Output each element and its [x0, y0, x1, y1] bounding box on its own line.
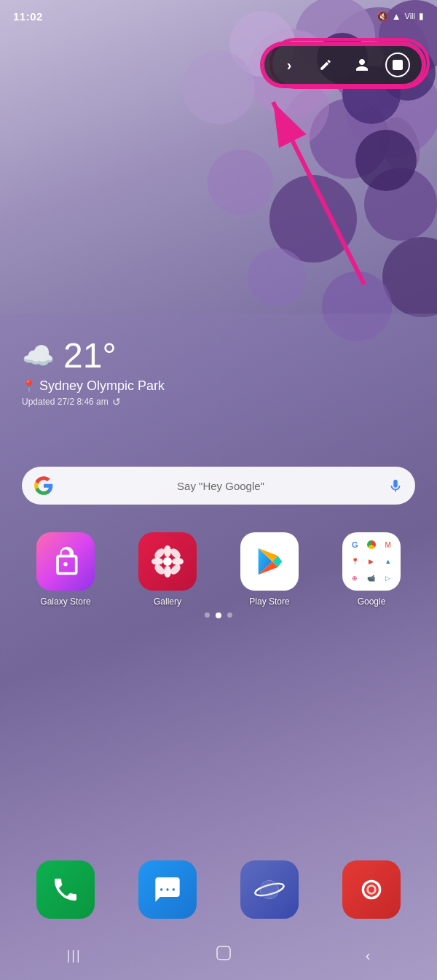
stop-button[interactable] [385, 52, 410, 77]
page-dot-3[interactable] [227, 612, 232, 618]
messages-svg [153, 875, 182, 904]
search-bar[interactable]: Say "Hey Google" [22, 467, 415, 505]
edit-button[interactable] [312, 52, 339, 78]
g-icon: G [348, 540, 362, 549]
dock [0, 860, 437, 919]
play-mini-icon: ▷ [381, 575, 395, 582]
app-item-play-store[interactable]: Play Store [240, 532, 299, 607]
play-store-svg [253, 545, 286, 578]
status-time: 11:02 [13, 10, 43, 23]
signal-icon: Vill [405, 12, 415, 20]
weather-location-text: Sydney Olympic Park [39, 378, 165, 394]
svg-point-39 [369, 887, 374, 892]
svg-point-24 [163, 557, 172, 566]
dock-phone[interactable] [36, 860, 95, 919]
dock-bixby[interactable] [240, 860, 299, 919]
svg-point-20 [355, 130, 417, 191]
home-circle-icon [215, 944, 232, 962]
edit-icon [319, 58, 332, 71]
page-dot-2[interactable] [216, 612, 221, 618]
gallery-label: Gallery [154, 596, 181, 607]
page-dot-1[interactable] [205, 612, 210, 618]
search-placeholder: Say "Hey Google" [61, 480, 380, 492]
svg-point-10 [208, 149, 273, 215]
nav-recent-button[interactable]: ||| [52, 942, 96, 969]
camera-svg [357, 875, 386, 904]
page-indicators [0, 612, 437, 618]
bag-icon [50, 545, 82, 578]
weather-widget: ☁️ 21° 📍 Sydney Olympic Park Updated 27/… [22, 335, 165, 408]
maps-mini-icon: 📍 [348, 558, 362, 565]
app-item-google[interactable]: G M 📍 ▶ ▲ ⊕ 📹 ▷ Google [342, 532, 401, 607]
drive-mini-icon: ▲ [381, 558, 395, 565]
weather-temperature: 21° [63, 335, 117, 376]
mute-icon: 🔇 [377, 11, 388, 22]
google-folder-icon: G M 📍 ▶ ▲ ⊕ 📹 ▷ [342, 532, 401, 591]
search-inner[interactable]: Say "Hey Google" [22, 467, 415, 505]
stop-square-icon [393, 60, 403, 70]
status-icons: 🔇 ▲ Vill ▮ [377, 11, 424, 22]
svg-point-23 [63, 562, 68, 567]
weather-updated-text: Updated 27/2 8:46 am [22, 397, 109, 407]
gallery-icon [138, 532, 197, 591]
chrome-mini-icon [367, 540, 376, 549]
nav-back-button[interactable]: ‹ [351, 941, 385, 970]
phone-svg [51, 875, 80, 904]
bixby-svg [253, 874, 286, 906]
camera-icon [342, 860, 401, 919]
svg-point-25 [164, 545, 171, 557]
phone-icon [36, 860, 95, 919]
dock-camera[interactable] [342, 860, 401, 919]
svg-point-28 [172, 558, 184, 565]
photos-mini-icon: ⊕ [348, 575, 362, 582]
svg-rect-42 [217, 946, 230, 960]
meet-mini-icon: 📹 [365, 575, 379, 582]
play-store-label: Play Store [249, 596, 289, 607]
status-bar: 11:02 🔇 ▲ Vill ▮ [0, 0, 437, 32]
dock-messages[interactable] [138, 860, 197, 919]
app-item-galaxy-store[interactable]: Galaxy Store [36, 532, 95, 607]
galaxy-store-icon [36, 532, 95, 591]
svg-point-13 [248, 248, 306, 306]
battery-icon: ▮ [419, 11, 424, 21]
play-store-icon [240, 532, 299, 591]
person-icon [355, 58, 369, 72]
app-grid: Galaxy Store Gallery [0, 532, 437, 607]
gmail-mini-icon: M [381, 541, 395, 549]
wifi-icon: ▲ [392, 11, 401, 22]
location-pin-icon: 📍 [22, 379, 36, 393]
svg-point-27 [151, 558, 163, 565]
microphone-icon[interactable] [387, 478, 403, 494]
svg-point-7 [182, 51, 255, 124]
nav-home-button[interactable] [200, 938, 247, 972]
svg-point-26 [164, 566, 171, 578]
messages-icon [138, 860, 197, 919]
toolbar-container: › [262, 44, 424, 86]
bixby-icon [240, 860, 299, 919]
expand-button[interactable]: › [276, 52, 302, 78]
toolbar-box: › [262, 44, 424, 86]
gallery-flower-icon [150, 544, 185, 579]
youtube-mini-icon: ▶ [365, 558, 379, 565]
google-logo [34, 475, 54, 496]
app-item-gallery[interactable]: Gallery [138, 532, 197, 607]
google-label: Google [358, 596, 386, 607]
galaxy-store-label: Galaxy Store [40, 596, 90, 607]
contact-button[interactable] [349, 52, 375, 78]
nav-bar: ||| ‹ [0, 936, 437, 980]
weather-cloud-icon: ☁️ [22, 341, 55, 371]
refresh-icon: ↺ [112, 396, 121, 408]
